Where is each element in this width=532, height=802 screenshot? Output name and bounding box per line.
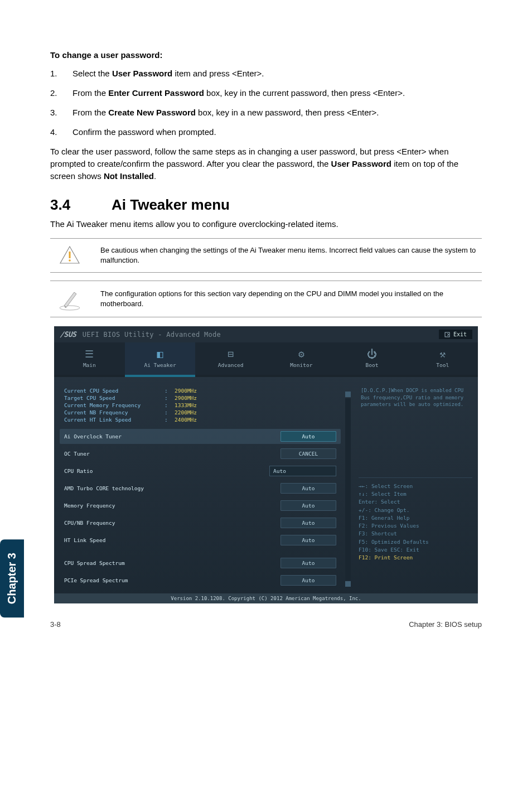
info-row: Target CPU Speed:2900MHz <box>64 394 336 402</box>
page-number: 3-8 <box>50 620 61 629</box>
step-text: Select the User Password item and press … <box>72 67 482 79</box>
scroll-up-icon[interactable] <box>345 392 351 397</box>
setting-label: AMD Turbo CORE technology <box>64 485 280 491</box>
info-row: Current Memory Frequency:1333MHz <box>64 402 336 409</box>
note-callout: The configuration options for this secti… <box>50 281 482 317</box>
setting-label: Memory Frequency <box>64 503 280 509</box>
setting-value[interactable]: Auto <box>280 431 336 442</box>
setting-value[interactable]: Auto <box>280 575 336 586</box>
setting-amd-turbo-core-technology[interactable]: AMD Turbo CORE technologyAuto <box>60 481 341 496</box>
step-text: From the Enter Current Password box, key… <box>72 87 482 99</box>
setting-cpu-ratio[interactable]: CPU RatioAuto <box>60 463 341 479</box>
tab-icon: ⚙ <box>266 348 337 360</box>
setting-label: CPU Ratio <box>64 468 269 474</box>
tab-icon: ☰ <box>54 348 125 360</box>
tab-tool[interactable]: ⚒Tool <box>407 342 478 375</box>
chapter-side-tab: Chapter 3 <box>0 539 24 617</box>
key-help-line: F1: General Help <box>359 514 472 522</box>
step: 4.Confirm the password when prompted. <box>50 126 482 138</box>
tab-main[interactable]: ☰Main <box>54 342 125 375</box>
info-label: Current Memory Frequency <box>64 402 165 408</box>
setting-value[interactable]: CANCEL <box>280 448 336 459</box>
tab-monitor[interactable]: ⚙Monitor <box>266 342 337 375</box>
scroll-down-icon[interactable] <box>345 581 351 587</box>
setting-oc-tuner[interactable]: OC TunerCANCEL <box>60 446 341 461</box>
info-row: Current HT Link Speed:2400MHz <box>64 416 336 423</box>
step-number: 4. <box>50 126 72 138</box>
tab-icon: ⚒ <box>407 348 478 360</box>
info-label: Current HT Link Speed <box>64 417 165 423</box>
tab-icon: ⏻ <box>337 348 408 360</box>
setting-label: OC Tuner <box>64 451 280 457</box>
key-help-line: Enter: Select <box>359 498 472 506</box>
setting-input[interactable]: Auto <box>269 466 336 476</box>
tab-label: Ai Tweaker <box>144 362 176 368</box>
setting-ht-link-speed[interactable]: HT Link SpeedAuto <box>60 533 341 548</box>
setting-label: CPU/NB Frequency <box>64 520 280 526</box>
setting-value[interactable]: Auto <box>280 558 336 568</box>
tab-label: Boot <box>366 362 379 368</box>
setting-ai-overclock-tuner[interactable]: Ai Overclock TunerAuto <box>60 429 341 444</box>
setting-value[interactable]: Auto <box>280 483 336 494</box>
note-text: The configuration options for this secti… <box>89 289 482 309</box>
setting-label: PCIe Spread Spectrum <box>64 577 280 583</box>
help-text: [D.O.C.P.]When DOCP is enabled CPU Bus f… <box>359 385 472 410</box>
tab-label: Tool <box>436 362 449 368</box>
section-number: 3.4 <box>50 196 112 214</box>
step-number: 3. <box>50 107 72 118</box>
step: 2.From the Enter Current Password box, k… <box>50 87 482 99</box>
tab-ai-tweaker[interactable]: ◧Ai Tweaker <box>125 342 196 375</box>
key-help-line: →←: Select Screen <box>359 482 472 490</box>
info-value: 1333MHz <box>175 402 197 408</box>
section-description: The Ai Tweaker menu items allow you to c… <box>50 218 482 230</box>
exit-icon <box>444 332 450 337</box>
bios-window: /SUS UEFI BIOS Utility - Advanced Mode E… <box>54 326 478 603</box>
tab-icon: ◧ <box>125 348 196 360</box>
chapter-label: Chapter 3: BIOS setup <box>409 620 482 629</box>
step-text: From the Create New Password box, key in… <box>72 107 482 118</box>
setting-value[interactable]: Auto <box>280 518 336 528</box>
svg-point-2 <box>60 306 80 310</box>
tab-boot[interactable]: ⏻Boot <box>337 342 408 375</box>
info-value: 2900MHz <box>175 395 197 401</box>
setting-value[interactable]: Auto <box>280 535 336 545</box>
key-help-line: F10: Save ESC: Exit <box>359 546 472 554</box>
step: 3.From the Create New Password box, key … <box>50 107 482 118</box>
info-label: Current CPU Speed <box>64 388 165 394</box>
scrollbar[interactable] <box>345 385 351 588</box>
step-number: 2. <box>50 87 72 99</box>
bios-footer: Version 2.10.1208. Copyright (C) 2012 Am… <box>54 593 478 603</box>
caution-callout: Be cautious when changing the settings o… <box>50 238 482 273</box>
tab-label: Monitor <box>290 362 312 368</box>
tab-advanced[interactable]: ⊟Advanced <box>195 342 266 375</box>
info-row: Current CPU Speed:2900MHz <box>64 387 336 394</box>
setting-memory-frequency[interactable]: Memory FrequencyAuto <box>60 498 341 513</box>
clear-paragraph: To clear the user password, follow the s… <box>50 146 482 182</box>
svg-point-1 <box>69 259 71 262</box>
info-row: Current NB Frequency:2200MHz <box>64 409 336 416</box>
bios-title: /SUS UEFI BIOS Utility - Advanced Mode <box>60 330 221 339</box>
setting-cpu-spread-spectrum[interactable]: CPU Spread SpectrumAuto <box>60 555 341 571</box>
step-number: 1. <box>50 67 72 79</box>
setting-label: CPU Spread Spectrum <box>64 560 280 566</box>
tab-label: Main <box>83 362 96 368</box>
key-help-line: F2: Previous Values <box>359 522 472 530</box>
setting-pcie-spread-spectrum[interactable]: PCIe Spread SpectrumAuto <box>60 573 341 588</box>
info-value: 2900MHz <box>175 388 197 394</box>
setting-label: HT Link Speed <box>64 537 280 543</box>
info-value: 2400MHz <box>175 417 197 423</box>
key-help-line: +/-: Change Opt. <box>359 506 472 514</box>
caution-icon <box>50 244 89 267</box>
key-help-line: ↑↓: Select Item <box>359 490 472 498</box>
exit-button[interactable]: Exit <box>439 330 472 339</box>
heading: To change a user password: <box>50 50 482 60</box>
setting-label: Ai Overclock Tuner <box>64 433 280 439</box>
tab-label: Advanced <box>218 362 244 368</box>
setting-cpu-nb-frequency[interactable]: CPU/NB FrequencyAuto <box>60 515 341 530</box>
caution-text: Be cautious when changing the settings o… <box>89 245 482 265</box>
setting-value[interactable]: Auto <box>280 500 336 511</box>
tab-icon: ⊟ <box>195 348 266 360</box>
section-title-text: Ai Tweaker menu <box>112 196 230 213</box>
info-label: Target CPU Speed <box>64 395 165 401</box>
step-text: Confirm the password when prompted. <box>72 126 482 138</box>
